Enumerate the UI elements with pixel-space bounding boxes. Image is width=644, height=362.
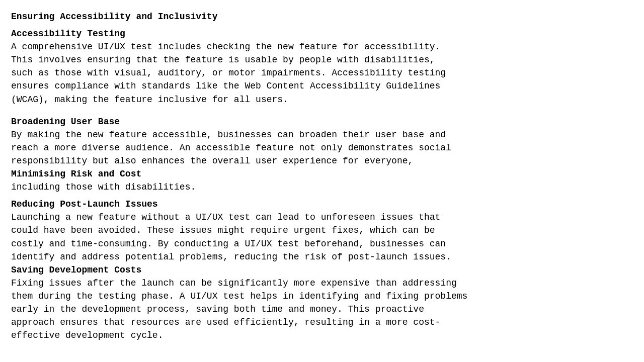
section2-body1: By making the new feature accessible, bu…	[11, 128, 633, 167]
section3-heading: Saving Development Costs	[11, 263, 633, 277]
section1-body: A comprehensive UI/UX test includes chec…	[11, 40, 633, 106]
section-accessibility: Ensuring Accessibility and Inclusivity A…	[11, 10, 633, 106]
overlap-regular-line: including those with disabilities.	[11, 180, 196, 194]
section2-subheading: Reducing Post-Launch Issues	[11, 198, 633, 211]
section1-heading: Ensuring Accessibility and Inclusivity	[11, 10, 633, 23]
section3-body: Fixing issues after the launch can be si…	[11, 277, 633, 342]
page-content: Ensuring Accessibility and Inclusivity A…	[11, 10, 633, 342]
section-saving: Saving Development Costs Fixing issues a…	[11, 263, 633, 342]
section2-heading: Broadening User Base	[11, 115, 633, 128]
section2-body2: Launching a new feature without a UI/UX …	[11, 211, 633, 263]
spacer1	[11, 106, 633, 115]
section1-subheading: Accessibility Testing	[11, 27, 633, 40]
section-broadening: Broadening User Base By making the new f…	[11, 115, 633, 263]
overlap-bold-line: Minimising Risk and Cost	[11, 167, 141, 180]
overlap-area: Minimising Risk and Cost including those…	[11, 167, 633, 194]
